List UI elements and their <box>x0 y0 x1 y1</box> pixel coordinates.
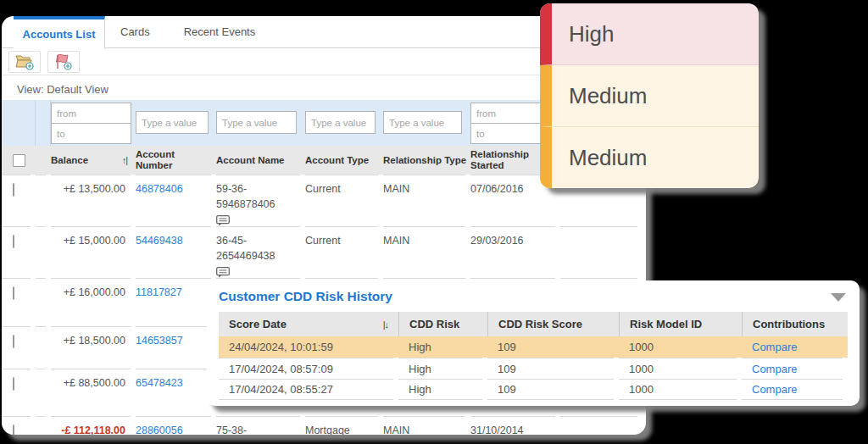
header-risk-model-id[interactable]: Risk Model ID <box>619 312 742 336</box>
row-spacer <box>36 278 46 326</box>
relationship-type-cell: MAIN <box>383 226 465 278</box>
tab-accounts-list[interactable]: Accounts List <box>14 16 105 49</box>
select-all-cell <box>2 146 36 175</box>
filter-account-name <box>216 100 305 146</box>
account-type-filter-input[interactable] <box>305 111 376 134</box>
relationship-type-filter-input[interactable] <box>383 111 462 134</box>
header-cdd-risk-score[interactable]: CDD Risk Score <box>487 312 619 336</box>
row-checkbox-cell <box>2 278 31 326</box>
header-relationship-type[interactable]: Relationship Type <box>383 146 470 175</box>
risk-level-card: High Medium Medium <box>540 3 759 188</box>
sort-ascending-icon[interactable]: ↑| <box>122 155 127 165</box>
score-date-cell: 24/04/2024, 10:01:59 <box>219 336 393 358</box>
row-checkbox[interactable] <box>13 235 14 248</box>
filter-account-type <box>305 100 383 146</box>
account-name-line1: 75-38- <box>216 425 247 435</box>
row-checkbox-cell <box>2 326 31 369</box>
account-type-cell: Mortgage <box>305 416 378 435</box>
risk-model-id-cell: 1000 <box>619 379 737 400</box>
balance-cell: +£ 15,000.00 <box>51 226 131 278</box>
cdd-risk-history-panel: Customer CDD Risk History Score Date |↓ … <box>207 280 860 406</box>
risk-model-id-cell: 1000 <box>619 358 737 379</box>
comment-icon[interactable] <box>216 267 230 278</box>
row-checkbox[interactable] <box>13 335 14 348</box>
filter-checkbox-spacer <box>2 100 36 146</box>
account-name-line1: 36-45- <box>216 235 247 247</box>
account-number-link[interactable]: 28860056 <box>136 425 183 435</box>
account-number-link[interactable]: 11817827 <box>136 286 182 298</box>
row-checkbox-cell <box>2 369 31 416</box>
header-spacer <box>36 146 51 175</box>
account-type-cell: Current <box>305 226 378 278</box>
row-spacer <box>36 369 46 416</box>
table-row: +£ 15,000.00 54469438 36-45- 2654469438 … <box>2 226 646 278</box>
compare-link[interactable]: Compare <box>752 341 797 353</box>
risk-history-row[interactable]: 24/04/2024, 10:01:59 High 109 1000 Compa… <box>219 336 848 358</box>
row-spacer <box>36 326 46 369</box>
header-score-date[interactable]: Score Date |↓ <box>219 312 398 336</box>
balance-header-label: Balance <box>51 155 88 166</box>
tab-cards[interactable]: Cards <box>105 16 184 47</box>
compare-link[interactable]: Compare <box>752 363 797 375</box>
row-end-spacer <box>560 416 637 435</box>
header-account-number[interactable]: Account Number <box>136 146 216 175</box>
add-folder-icon <box>14 53 35 70</box>
cdd-risk-cell: High <box>398 358 482 379</box>
balance-cell: +£ 88,500.00 <box>51 369 131 416</box>
balance-from-input[interactable] <box>51 103 131 124</box>
risk-level-medium-1[interactable]: Medium <box>540 65 759 126</box>
balance-cell: +£ 13,500.00 <box>51 175 131 226</box>
relationship-started-cell: 31/10/2014 <box>470 416 555 435</box>
balance-cell: -£ 112,118.00 <box>51 416 131 435</box>
collapse-chevron-icon[interactable] <box>831 293 846 302</box>
account-number-link[interactable]: 54469438 <box>136 235 183 247</box>
risk-level-high[interactable]: High <box>540 3 759 65</box>
comment-icon[interactable] <box>216 215 230 226</box>
account-name-line2: 5946878406 <box>216 198 275 210</box>
row-spacer <box>36 226 46 278</box>
account-number-cell: 14653857 <box>136 326 211 369</box>
tab-recent-events[interactable]: Recent Events <box>184 16 281 47</box>
header-contributions[interactable]: Contributions <box>742 312 848 336</box>
account-name-cell: 75-38- 3628860056 <box>216 416 300 435</box>
compare-link[interactable]: Compare <box>752 383 797 396</box>
account-number-link[interactable]: 46878406 <box>136 183 183 195</box>
risk-history-header-row: Score Date |↓ CDD Risk CDD Risk Score Ri… <box>219 312 848 336</box>
header-account-type[interactable]: Account Type <box>305 146 383 175</box>
balance-to-input[interactable] <box>51 123 131 144</box>
add-folder-button[interactable] <box>8 51 41 73</box>
account-number-filter-input[interactable] <box>136 111 209 134</box>
header-balance[interactable]: Balance ↑| <box>51 146 136 175</box>
score-date-cell: 17/04/2024, 08:55:27 <box>219 379 393 400</box>
risk-history-row[interactable]: 17/04/2024, 08:57:09 High 109 1000 Compa… <box>219 358 848 379</box>
account-number-cell: 46878406 <box>136 175 211 226</box>
relationship-type-cell: MAIN <box>383 175 465 226</box>
cdd-risk-score-cell: 109 <box>487 336 614 358</box>
risk-history-row[interactable]: 17/04/2024, 08:55:27 High 109 1000 Compa… <box>219 379 848 400</box>
account-number-link[interactable]: 14653857 <box>136 335 183 347</box>
row-checkbox[interactable] <box>13 286 14 300</box>
risk-level-medium-2[interactable]: Medium <box>540 126 759 188</box>
filter-account-number <box>136 100 216 146</box>
row-spacer <box>36 416 46 435</box>
account-name-filter-input[interactable] <box>216 111 297 134</box>
sort-descending-icon[interactable]: |↓ <box>383 319 388 330</box>
cdd-risk-cell: High <box>398 379 482 400</box>
score-date-cell: 17/04/2024, 08:57:09 <box>219 358 393 379</box>
row-end-spacer <box>560 226 637 278</box>
balance-cell: +£ 18,500.00 <box>51 326 131 369</box>
account-name-line2: 2654469438 <box>216 250 275 262</box>
add-flag-button[interactable] <box>47 51 80 73</box>
cdd-risk-cell: High <box>398 336 482 358</box>
account-type-cell: Current <box>305 175 378 226</box>
account-number-cell: 28860056 <box>136 416 211 435</box>
panel-title: Customer CDD Risk History <box>219 289 848 304</box>
header-cdd-risk[interactable]: CDD Risk <box>398 312 487 336</box>
account-number-link[interactable]: 65478423 <box>136 377 183 389</box>
header-account-name[interactable]: Account Name <box>216 146 305 175</box>
row-checkbox[interactable] <box>13 183 14 197</box>
cdd-risk-score-cell: 109 <box>487 358 614 379</box>
select-all-checkbox[interactable] <box>13 154 25 167</box>
row-checkbox[interactable] <box>13 425 14 435</box>
row-checkbox[interactable] <box>13 377 14 391</box>
